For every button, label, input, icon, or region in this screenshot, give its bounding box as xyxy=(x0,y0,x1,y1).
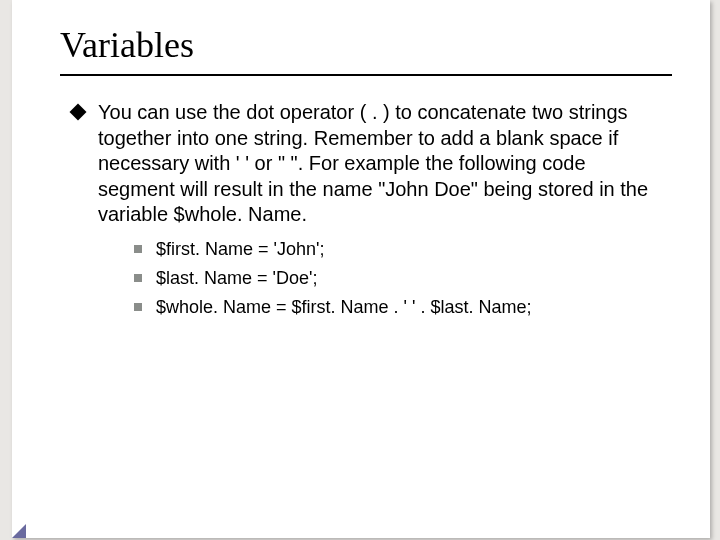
code-list: $first. Name = 'John'; $last. Name = 'Do… xyxy=(98,238,662,319)
main-bullet: You can use the dot operator ( . ) to co… xyxy=(72,100,662,319)
code-text-2: $last. Name = 'Doe'; xyxy=(156,268,317,288)
slide-title: Variables xyxy=(12,0,710,74)
code-text-1: $first. Name = 'John'; xyxy=(156,239,324,259)
square-icon xyxy=(134,274,142,282)
slide-frame: Variables You can use the dot operator (… xyxy=(0,0,720,540)
code-line-2: $last. Name = 'Doe'; xyxy=(134,267,662,290)
corner-accent-icon xyxy=(12,524,26,538)
slide: Variables You can use the dot operator (… xyxy=(12,0,710,538)
diamond-icon xyxy=(70,104,87,121)
code-line-1: $first. Name = 'John'; xyxy=(134,238,662,261)
slide-body: You can use the dot operator ( . ) to co… xyxy=(12,76,710,319)
square-icon xyxy=(134,245,142,253)
code-text-3: $whole. Name = $first. Name . ' ' . $las… xyxy=(156,297,532,317)
square-icon xyxy=(134,303,142,311)
main-bullet-text: You can use the dot operator ( . ) to co… xyxy=(98,101,648,225)
main-list: You can use the dot operator ( . ) to co… xyxy=(72,100,662,319)
code-line-3: $whole. Name = $first. Name . ' ' . $las… xyxy=(134,296,662,319)
